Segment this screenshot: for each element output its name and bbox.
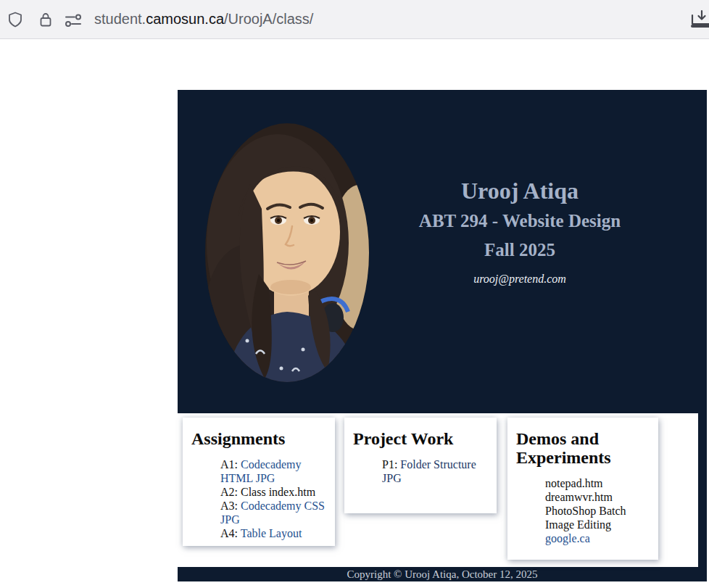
url-text[interactable]: student.camosun.ca/UroojA/class/ [94, 0, 313, 38]
card-title: Assignments [191, 429, 326, 448]
site-footer: Copyright © Urooj Atiqa, October 12, 202… [178, 567, 707, 581]
download-icon[interactable] [690, 9, 709, 30]
list-item: A1: Codecademy HTML JPG [220, 457, 326, 485]
list-item: A4: Table Layout [220, 526, 326, 540]
card: Demos and Experimentsnotepad.htmdreamwvr… [507, 418, 658, 560]
lock-icon[interactable] [37, 11, 54, 28]
course-title: ABT 294 - Website Design [369, 212, 671, 231]
profile-photo [205, 123, 369, 382]
url-path: /UroojA/class/ [224, 11, 313, 27]
url-domain: camosun.ca [146, 11, 224, 27]
card-title: Project Work [353, 429, 488, 448]
item-text: notepad.htm [545, 477, 603, 489]
item-prefix: A1: [220, 458, 241, 471]
card: AssignmentsA1: Codecademy HTML JPGA2: Cl… [183, 418, 335, 546]
site-content-wrapper: Urooj Atiqa ABT 294 - Website Design Fal… [178, 90, 707, 581]
list-item: A3: Codecademy CSS JPG [220, 499, 326, 526]
list-item: dreamwvr.htm [545, 490, 650, 504]
item-link[interactable]: Table Layout [241, 527, 302, 539]
browser-address-bar: student.camosun.ca/UroojA/class/ [0, 0, 709, 39]
list-item: PhotoShop Batch Image Editing [545, 504, 650, 531]
card-list: notepad.htmdreamwvr.htmPhotoShop Batch I… [545, 476, 650, 545]
item-text: PhotoShop Batch Image Editing [545, 505, 626, 531]
list-item: P1: Folder Structure JPG [382, 457, 488, 485]
email-address: urooj@pretend.com [369, 273, 671, 286]
list-item: notepad.htm [545, 476, 650, 490]
card-title: Demos and Experiments [516, 429, 650, 467]
item-text: A2: Class index.htm [220, 486, 315, 498]
permissions-icon[interactable] [64, 12, 81, 30]
list-item: google.ca [545, 531, 650, 545]
item-link[interactable]: google.ca [545, 532, 590, 544]
item-prefix: P1: [382, 458, 400, 471]
item-prefix: A3: [220, 500, 241, 512]
card-list: P1: Folder Structure JPG [382, 457, 488, 485]
url-prefix: student. [94, 11, 146, 27]
list-item: A2: Class index.htm [220, 485, 326, 499]
copyright-text: Copyright © Urooj Atiqa, October 12, 202… [347, 568, 537, 580]
student-name: Urooj Atiqa [369, 178, 671, 203]
term: Fall 2025 [369, 241, 671, 260]
item-text: dreamwvr.htm [545, 491, 613, 503]
card-list: A1: Codecademy HTML JPGA2: Class index.h… [220, 457, 326, 540]
cards-section: AssignmentsA1: Codecademy HTML JPGA2: Cl… [178, 413, 698, 567]
item-prefix: A4: [220, 527, 241, 539]
site-header: Urooj Atiqa ABT 294 - Website Design Fal… [178, 90, 707, 413]
header-text-block: Urooj Atiqa ABT 294 - Website Design Fal… [369, 178, 671, 286]
shield-icon[interactable] [7, 11, 24, 28]
card: Project WorkP1: Folder Structure JPG [344, 418, 497, 513]
